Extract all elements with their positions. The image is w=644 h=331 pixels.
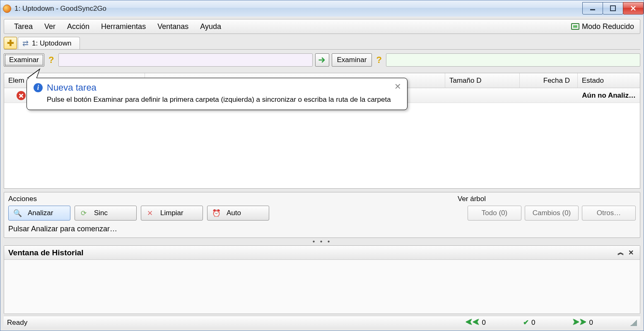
col-state[interactable]: Estado <box>578 73 640 88</box>
col-date-d[interactable]: Fecha D <box>520 73 578 88</box>
menu-herramientas[interactable]: Herramientas <box>95 21 152 33</box>
actions-panel: Acciones 🔍 Analizar ⟳ Sinc ✕ Limpiar <box>4 192 640 238</box>
menubar: Tarea Ver Acción Herramientas Ventanas A… <box>4 19 640 34</box>
splitter-handle[interactable]: • • • <box>4 238 640 245</box>
left-folder-input[interactable] <box>58 53 313 67</box>
history-header: Ventana de Historial ︽ ✕ <box>4 246 640 260</box>
analyze-button[interactable]: 🔍 Analizar <box>8 206 70 221</box>
refresh-icon: ⟳ <box>79 209 88 218</box>
titlebar: 1: Uptodown - GoodSync2Go <box>0 0 644 17</box>
sync-button[interactable]: ⟳ Sinc <box>75 206 137 221</box>
add-job-button[interactable]: ✚ <box>4 37 17 49</box>
col-size-d[interactable]: Tamaño D <box>445 73 520 88</box>
history-title: Ventana de Historial <box>8 248 84 257</box>
sync-label: Sinc <box>94 209 108 217</box>
actions-label: Acciones <box>8 195 433 203</box>
right-folder-input[interactable] <box>386 53 640 67</box>
svg-rect-0 <box>590 9 595 10</box>
tree-label: Ver árbol <box>458 195 636 203</box>
analyze-label: Analizar <box>28 209 53 217</box>
minimize-button[interactable] <box>582 2 603 14</box>
statusbar: Ready ⮜⮜ 0 ✔ 0 ⮞⮞ 0 <box>4 316 640 329</box>
history-body <box>4 260 640 314</box>
sync-arrows-icon: ⇄ <box>22 39 29 48</box>
monitor-icon <box>571 23 579 30</box>
resize-grip[interactable] <box>630 319 637 326</box>
window-title: 1: Uptodown - GoodSync2Go <box>14 5 106 13</box>
tooltip-close-icon[interactable]: ✕ <box>394 82 401 91</box>
magnifier-icon: 🔍 <box>13 209 22 218</box>
maximize-button[interactable] <box>603 2 623 14</box>
new-task-tooltip: ✕ i Nueva tarea Pulse el botón Examinar … <box>27 78 408 110</box>
auto-label: Auto <box>227 209 241 217</box>
job-tab-label: 1: Uptodown <box>32 39 71 48</box>
menu-accion[interactable]: Acción <box>61 21 95 33</box>
info-icon: i <box>34 83 43 92</box>
clean-button[interactable]: ✕ Limpiar <box>141 206 203 221</box>
history-close-icon[interactable]: ✕ <box>626 249 636 257</box>
app-icon <box>3 5 11 13</box>
browse-left-button[interactable]: Examinar <box>4 53 44 67</box>
menu-tarea[interactable]: Tarea <box>8 21 39 33</box>
tooltip-title: Nueva tarea <box>47 82 96 93</box>
menu-ventanas[interactable]: Ventanas <box>152 21 194 33</box>
history-collapse-icon[interactable]: ︽ <box>616 248 626 257</box>
reduced-mode-label: Modo Reducido <box>582 22 634 31</box>
tree-changes-button[interactable]: Cambios (0) <box>525 206 579 221</box>
auto-button[interactable]: ⏰ Auto <box>207 206 269 221</box>
status-ready: Ready <box>7 319 27 327</box>
row-status-text: Aún no Analiz… <box>582 91 636 100</box>
tree-all-button[interactable]: Todo (0) <box>468 206 521 221</box>
x-icon: ✕ <box>145 209 154 218</box>
status-right-count: ⮞⮞ 0 <box>573 319 593 327</box>
folder-path-row: Examinar ? Examinar ? <box>4 52 640 68</box>
check-icon: ✔ <box>523 318 529 327</box>
clock-icon: ⏰ <box>212 209 221 218</box>
hint-text: Pulsar Analizar para comenzar… <box>8 225 636 233</box>
svg-rect-1 <box>610 6 615 11</box>
arrows-left-icon: ⮜⮜ <box>466 319 480 327</box>
reduced-mode-toggle[interactable]: Modo Reducido <box>571 22 636 31</box>
status-left-count: ⮜⮜ 0 <box>466 319 486 327</box>
plus-icon: ✚ <box>7 38 14 48</box>
clean-label: Limpiar <box>160 209 183 217</box>
menu-ver[interactable]: Ver <box>39 21 61 33</box>
error-icon <box>17 91 26 100</box>
arrows-right-icon: ⮞⮞ <box>573 319 587 327</box>
history-panel: Ventana de Historial ︽ ✕ <box>4 245 640 314</box>
window-controls <box>583 2 644 14</box>
menu-ayuda[interactable]: Ayuda <box>194 21 227 33</box>
sync-direction-button[interactable] <box>315 53 329 67</box>
close-button[interactable] <box>623 2 644 14</box>
tree-others-button[interactable]: Otros… <box>582 206 636 221</box>
job-tabbar: ✚ ⇄ 1: Uptodown <box>4 36 640 50</box>
help-left-icon[interactable]: ? <box>47 55 56 65</box>
tooltip-body: Pulse el botón Examinar para definir la … <box>47 96 400 104</box>
status-ok-count: ✔ 0 <box>523 318 535 327</box>
window-client-area: Tarea Ver Acción Herramientas Ventanas A… <box>0 17 644 331</box>
job-tab[interactable]: ⇄ 1: Uptodown <box>18 37 80 49</box>
browse-right-button[interactable]: Examinar <box>332 53 372 67</box>
help-right-icon[interactable]: ? <box>374 55 384 65</box>
